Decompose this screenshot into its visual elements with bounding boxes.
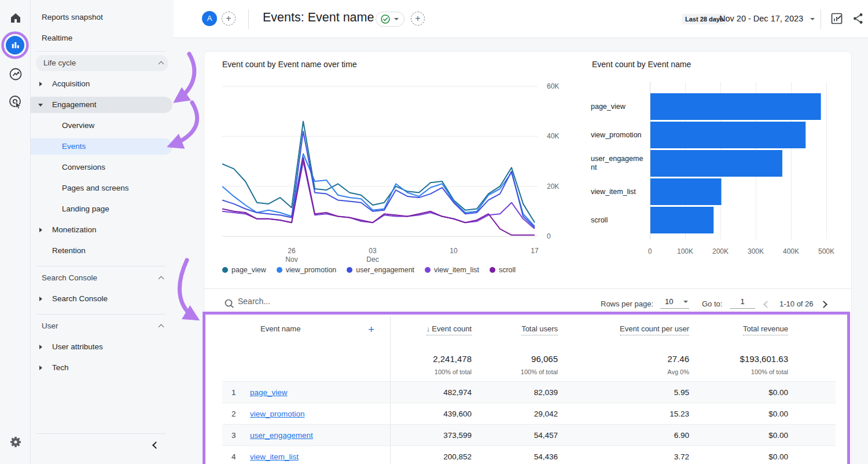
sidebar-item-retention[interactable]: Retention [31, 243, 172, 259]
sidebar-section-search-console[interactable]: Search Console [31, 270, 172, 286]
event-name-link[interactable]: view_promotion [250, 410, 305, 418]
y-axis-tick: 20K [547, 182, 559, 191]
bar-chart [650, 82, 829, 239]
previous-page-chevron-icon[interactable] [763, 301, 771, 308]
header-divider [248, 9, 249, 29]
add-column-button[interactable]: + [368, 323, 374, 336]
goto-page-input[interactable] [730, 297, 755, 309]
sidebar-item-conversions[interactable]: Conversions [31, 159, 172, 176]
total-users-cell: 54,457 [472, 431, 558, 440]
table-row[interactable]: 1 page_view 482,974 82,039 5.95 $0.00 [222, 381, 836, 403]
add-comparison-button[interactable]: + [222, 12, 236, 25]
column-header-event-name[interactable]: Event name + [222, 316, 390, 348]
legend-label: page_view [231, 266, 266, 274]
search-icon [224, 298, 234, 309]
total-users-cell: 54,436 [472, 452, 558, 461]
bar-category-label: page_view [591, 93, 647, 120]
bar-category-label: user_engagement [591, 150, 647, 177]
chevron-up-icon [159, 324, 164, 330]
column-header-event-count[interactable]: ↓Event count [390, 316, 472, 348]
add-report-button[interactable]: + [411, 12, 425, 25]
sidebar-item-label: Realtime [42, 30, 72, 46]
expand-triangle-icon [39, 82, 42, 86]
expand-triangle-icon [39, 345, 42, 349]
annotation-arrow-events [171, 103, 197, 145]
rows-per-page-select[interactable]: 10 [660, 297, 689, 309]
sidebar-section-user[interactable]: User [31, 318, 172, 334]
y-axis-tick: 0 [547, 232, 551, 240]
table-row[interactable]: 2 view_promotion 439,600 29,042 15.23 $0… [222, 403, 836, 424]
explore-icon[interactable] [8, 66, 24, 82]
event-name-link[interactable]: view_item_list [250, 452, 299, 461]
legend-item-scroll[interactable]: scroll [490, 266, 516, 274]
sidebar-item-landing-page[interactable]: Landing page [31, 201, 172, 217]
totals-event-count-per-user: 27.46 Avg 0% [558, 354, 689, 381]
table-column-divider [390, 316, 391, 464]
collapse-sidebar-chevron-icon[interactable] [152, 441, 160, 449]
row-index: 3 [222, 431, 250, 440]
sidebar-section-life-cycle[interactable]: Life cycle [36, 55, 168, 71]
rows-per-page-value: 10 [665, 297, 673, 306]
report-status-button[interactable] [376, 12, 404, 27]
legend-item-view-promotion[interactable]: view_promotion [277, 266, 337, 274]
table-row[interactable]: 4 view_item_list 200,852 54,436 3.72 $0.… [222, 445, 836, 464]
table-totals-row: 2,241,478 100% of total 96,065 100% of t… [222, 348, 836, 381]
sidebar-item-realtime[interactable]: Realtime [31, 30, 172, 46]
legend-item-page-view[interactable]: page_view [222, 266, 266, 274]
sidebar-item-events[interactable]: Events [31, 138, 172, 155]
sidebar-divider [36, 314, 165, 315]
column-header-total-revenue[interactable]: Total revenue [689, 316, 788, 348]
sidebar-item-label: Landing page [62, 201, 109, 217]
share-icon[interactable] [852, 12, 866, 25]
column-header-label: Event count [432, 324, 472, 333]
x-axis-tick: 03Dec [366, 247, 378, 264]
table-row[interactable]: 3 user_engagement 373,599 54,457 6.90 $0… [222, 424, 836, 445]
legend-item-user-engagement[interactable]: user_engagement [347, 266, 414, 274]
line-chart-title: Event count by Event name over time [222, 60, 357, 69]
avatar[interactable]: A [202, 11, 217, 26]
sidebar-divider [36, 51, 165, 52]
bar-scroll [650, 207, 713, 233]
event-count-cell: 439,600 [390, 410, 472, 418]
bar-category-label: view_promotion [591, 122, 647, 148]
sidebar-item-overview[interactable]: Overview [31, 118, 172, 134]
revenue-cell: $0.00 [689, 431, 788, 440]
sidebar-item-user-attributes[interactable]: User attributes [31, 339, 172, 355]
search-input[interactable] [238, 297, 411, 306]
bar-category-label: view_item_list [591, 178, 647, 205]
column-header-label: Event count per user [620, 324, 689, 335]
bar-category-label: scroll [591, 207, 647, 233]
column-header-event-count-per-user[interactable]: Event count per user [558, 316, 689, 348]
sidebar-item-search-console[interactable]: Search Console [31, 291, 172, 307]
sidebar-item-reports-snapshot[interactable]: Reports snapshot [31, 9, 172, 25]
customize-report-icon[interactable] [830, 12, 844, 25]
event-name-link[interactable]: user_engagement [250, 431, 313, 440]
sidebar-item-label: Reports snapshot [42, 9, 103, 25]
chevron-up-icon [159, 61, 164, 67]
event-name-link[interactable]: page_view [250, 388, 288, 397]
per-user-cell: 6.90 [558, 431, 689, 440]
settings-gear-icon[interactable] [8, 434, 24, 450]
sidebar-item-label: User attributes [52, 339, 103, 355]
bar-chart-category-axis: page_viewview_promotionuser_engagementvi… [591, 82, 649, 239]
sidebar-item-monetization[interactable]: Monetization [31, 222, 172, 238]
sidebar-item-pages-and-screens[interactable]: Pages and screens [31, 180, 172, 196]
date-range-selector[interactable]: Nov 20 - Dec 17, 2023 [719, 14, 803, 23]
sidebar-item-tech[interactable]: Tech [31, 360, 172, 376]
sidebar-item-acquisition[interactable]: Acquisition [31, 76, 172, 92]
x-axis-tick: 500K [818, 247, 834, 256]
bar-view_promotion [650, 122, 806, 148]
rows-per-page-label: Rows per page: [601, 299, 653, 308]
sidebar-item-engagement[interactable]: Engagement [31, 97, 172, 113]
column-header-total-users[interactable]: Total users [472, 316, 558, 348]
legend-item-view-item-list[interactable]: view_item_list [425, 266, 479, 274]
report-nav-sidebar: Reports snapshot Realtime Life cycle Acq… [31, 0, 174, 464]
next-page-chevron-icon[interactable] [820, 301, 827, 308]
revenue-cell: $0.00 [689, 410, 788, 418]
x-axis-tick: 100K [677, 247, 693, 256]
home-icon[interactable] [8, 10, 24, 26]
reports-icon[interactable] [6, 36, 24, 54]
advertising-icon[interactable] [8, 94, 24, 110]
bar-chart-x-axis: 0100K200K300K400K500K [650, 247, 835, 257]
legend-label: view_promotion [286, 266, 337, 274]
